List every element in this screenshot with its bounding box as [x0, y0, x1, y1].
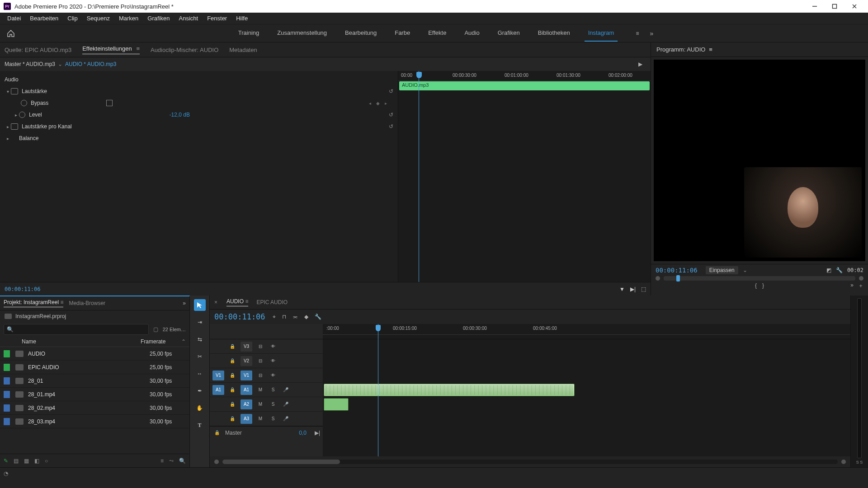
add-marker-icon[interactable]: ◆	[304, 314, 308, 320]
master-value[interactable]: 0,0	[299, 430, 307, 436]
lock-icon[interactable]: 🔒	[228, 400, 237, 409]
param-level[interactable]: ▸ Level -12,0 dB ↺	[5, 109, 393, 121]
workspace-grafiken[interactable]: Grafiken	[494, 25, 524, 42]
level-value[interactable]: -12,0 dB	[170, 112, 190, 118]
track-target[interactable]: A3	[241, 414, 252, 424]
thumbnail-view-icon[interactable]: ◧	[34, 458, 39, 464]
effect-timecode[interactable]: 00:00:11:06	[5, 286, 40, 292]
eye-icon[interactable]: 👁	[269, 371, 278, 380]
workspace-menu-icon[interactable]: ≡	[631, 30, 643, 37]
resolution-icon[interactable]: ◩	[826, 267, 831, 273]
menu-ansicht[interactable]: Ansicht	[174, 13, 203, 23]
program-tab[interactable]: Programm: AUDIO ≡	[651, 42, 868, 57]
fx-badge-icon[interactable]	[11, 123, 18, 130]
list-view-icon[interactable]: ▤	[14, 458, 19, 464]
hand-tool[interactable]: ✋	[194, 402, 206, 414]
voiceover-icon[interactable]: 🎤	[281, 385, 290, 394]
overflow-icon[interactable]: »	[850, 282, 854, 290]
track-header-a1[interactable]: A1🔒A1MS🎤	[210, 383, 323, 397]
solo-indicators[interactable]: S S	[856, 460, 863, 465]
workspace-bibliotheken[interactable]: Bibliotheken	[534, 25, 574, 42]
tab-projekt[interactable]: Projekt: InstagramReel ≡	[4, 299, 63, 307]
play-only-icon[interactable]: ▶|	[630, 286, 636, 292]
effect-timeline-clip[interactable]: AUDIO.mp3	[399, 81, 650, 90]
minimize-button[interactable]	[805, 0, 825, 13]
mute-button[interactable]: M	[256, 385, 265, 394]
mute-button[interactable]: M	[256, 414, 265, 423]
menu-grafiken[interactable]: Grafiken	[143, 13, 174, 23]
button-editor-icon[interactable]: ＋	[858, 282, 863, 290]
panel-menu-icon[interactable]: ≡	[60, 299, 63, 305]
new-bin-icon[interactable]: ▢	[153, 326, 158, 333]
type-tool[interactable]: T	[194, 419, 206, 431]
timeline-ruler[interactable]: :00:00 00:00:15:00 00:00:30:00 00:00:45:…	[323, 324, 850, 335]
effect-timeline[interactable]: 00:00 00:00:30:00 00:01:00:00 00:01:30:0…	[398, 71, 651, 282]
filter-icon[interactable]: ▼	[619, 286, 625, 292]
find-icon[interactable]: 🔍	[179, 458, 186, 464]
project-item-list[interactable]: AUDIO25,00 fps EPIC AUDIO25,00 fps 28_01…	[0, 347, 189, 454]
effect-timeline-ruler[interactable]: 00:00 00:00:30:00 00:01:00:00 00:01:30:0…	[398, 71, 651, 81]
workspace-training[interactable]: Training	[235, 25, 263, 42]
tab-quelle[interactable]: Quelle: EPIC AUDIO.mp3	[5, 47, 71, 53]
disclosure-icon[interactable]: ▸	[13, 113, 19, 117]
project-item[interactable]: EPIC AUDIO25,00 fps	[0, 361, 189, 374]
master-clip-label[interactable]: Master * AUDIO.mp3	[5, 61, 55, 67]
item-name[interactable]: 28_01.mp4	[28, 391, 150, 398]
master-track-header[interactable]: 🔒 Master 0,0 ▶|	[210, 426, 323, 439]
track-header-v1[interactable]: V1🔒V1⊟👁	[210, 368, 323, 383]
linked-selection-icon[interactable]: ⫘	[292, 314, 298, 320]
chevron-down-icon[interactable]: ⌄	[743, 267, 747, 273]
label-swatch[interactable]	[4, 364, 10, 371]
eye-icon[interactable]: 👁	[269, 357, 278, 366]
workspace-overflow-icon[interactable]: »	[643, 30, 660, 37]
track-lane-a3[interactable]	[323, 412, 850, 426]
voiceover-icon[interactable]: 🎤	[281, 400, 290, 409]
mute-button[interactable]: M	[256, 400, 265, 409]
workspace-audio[interactable]: Audio	[461, 25, 483, 42]
audio-clip-a1[interactable]	[324, 384, 575, 396]
menu-clip[interactable]: Clip	[63, 13, 82, 23]
panel-menu-icon[interactable]: ≡	[245, 298, 248, 305]
scrub-handle-left[interactable]	[656, 276, 660, 281]
mark-out-icon[interactable]: }	[762, 282, 764, 289]
item-name[interactable]: 28_02.mp4	[28, 405, 150, 411]
sort-icon[interactable]: ⌃	[181, 338, 186, 345]
lock-icon[interactable]: 🔒	[228, 385, 237, 394]
project-item[interactable]: 28_03.mp430,00 fps	[0, 415, 189, 428]
solo-button[interactable]: S	[269, 414, 278, 423]
eye-icon[interactable]: 👁	[269, 342, 278, 351]
icon-view-icon[interactable]: ▦	[24, 458, 29, 464]
solo-button[interactable]: S	[269, 385, 278, 394]
sync-lock-icon[interactable]: ⊟	[256, 371, 265, 380]
magnet-icon[interactable]: ⊓	[282, 314, 286, 320]
label-swatch[interactable]	[4, 377, 10, 385]
solo-button[interactable]: S	[269, 400, 278, 409]
param-lautstaerke[interactable]: ▾ Lautstärke ↺	[5, 85, 393, 97]
snap-icon[interactable]: ⌖	[273, 314, 276, 320]
keyframe-nav[interactable]: ◂ ◆ ▸	[369, 101, 389, 106]
stopwatch-icon[interactable]	[19, 112, 25, 118]
track-lane-v2[interactable]	[323, 354, 850, 368]
home-icon[interactable]	[5, 27, 17, 40]
lock-icon[interactable]: 🔒	[228, 414, 237, 423]
timeline-timecode[interactable]: 00:00:11:06	[214, 312, 265, 321]
workspace-zusammenstellung[interactable]: Zusammenstellung	[274, 25, 330, 42]
tab-media-browser[interactable]: Media-Browser	[69, 300, 105, 306]
selection-tool[interactable]	[194, 299, 206, 311]
razor-tool[interactable]: ✂	[194, 351, 206, 362]
track-lane-v1[interactable]	[323, 368, 850, 383]
effect-playhead-head[interactable]	[416, 72, 422, 78]
play-icon[interactable]: ▶	[638, 61, 642, 67]
program-viewport[interactable]	[654, 60, 865, 261]
menu-bearbeiten[interactable]: Bearbeiten	[25, 13, 63, 23]
voiceover-icon[interactable]: 🎤	[281, 414, 290, 423]
workspace-effekte[interactable]: Effekte	[425, 25, 450, 42]
audio-clip-a2[interactable]	[324, 398, 349, 411]
program-timecode[interactable]: 00:00:11:06	[656, 267, 698, 274]
lock-icon[interactable]: 🔒	[228, 342, 237, 351]
track-lane-a1[interactable]	[323, 383, 850, 397]
lock-icon[interactable]: 🔒	[212, 428, 222, 437]
hscroll-thumb[interactable]	[222, 460, 340, 464]
zoom-select[interactable]: Einpassen	[706, 266, 738, 274]
label-swatch[interactable]	[4, 391, 10, 398]
